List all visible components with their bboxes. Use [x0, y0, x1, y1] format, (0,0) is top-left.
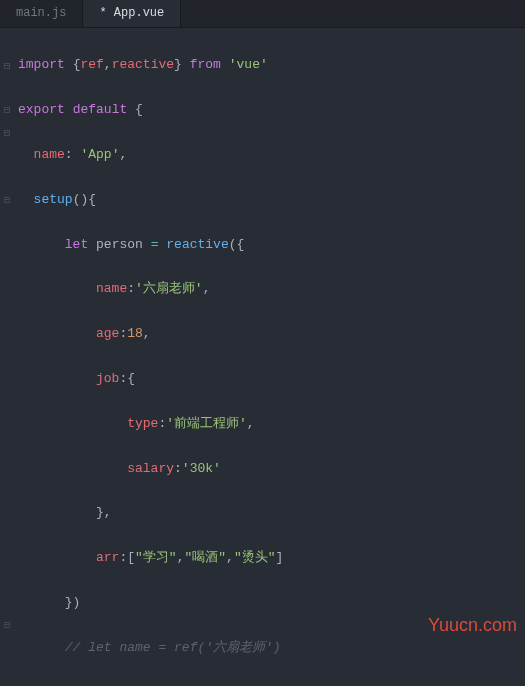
fold-icon[interactable]: ⊟ — [0, 189, 14, 211]
code-editor[interactable]: ⊟ ⊟ ⊟ ⊟ ⊟ import {ref,reactive} from 'vu… — [0, 28, 525, 686]
code-area[interactable]: import {ref,reactive} from 'vue' export … — [14, 28, 525, 686]
tab-bar: main.js * App.vue — [0, 0, 525, 28]
tab-app-vue[interactable]: * App.vue — [83, 0, 181, 27]
fold-icon[interactable]: ⊟ — [0, 122, 14, 144]
fold-icon[interactable]: ⊟ — [0, 614, 14, 636]
fold-icon[interactable]: ⊟ — [0, 54, 14, 76]
fold-gutter: ⊟ ⊟ ⊟ ⊟ ⊟ — [0, 28, 14, 686]
fold-icon[interactable]: ⊟ — [0, 99, 14, 121]
watermark: Yuucn.com — [428, 615, 517, 636]
tab-main-js[interactable]: main.js — [0, 0, 83, 27]
